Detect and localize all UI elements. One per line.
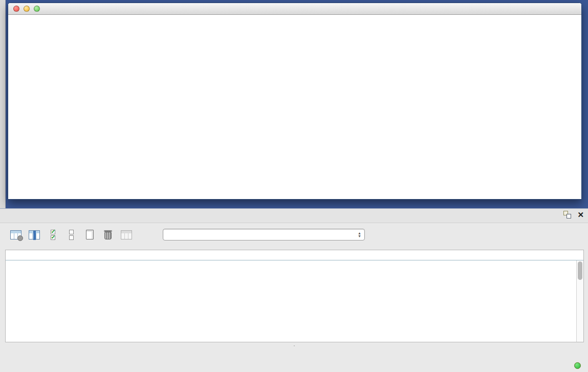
minimize-window-button[interactable] xyxy=(24,6,30,12)
delete-icon[interactable] xyxy=(100,227,116,243)
network-canvas[interactable] xyxy=(9,15,581,199)
status-bar xyxy=(0,359,588,372)
new-document-icon[interactable] xyxy=(82,227,97,243)
float-panel-icon[interactable] xyxy=(563,211,571,218)
table-scrollbar-thumb[interactable] xyxy=(578,261,582,280)
close-panel-icon[interactable]: ✕ xyxy=(577,211,584,218)
network-window-titlebar[interactable] xyxy=(8,3,581,15)
memory-ok-icon[interactable] xyxy=(574,362,581,369)
table-settings-icon[interactable] xyxy=(8,227,24,243)
table-toolbar: ▲▼ xyxy=(0,223,588,246)
window-edge-strip xyxy=(0,0,6,208)
table-panel-header: ✕ xyxy=(0,209,588,223)
table-tabs xyxy=(0,345,588,346)
show-columns-icon[interactable] xyxy=(27,227,42,243)
network-desktop xyxy=(0,0,588,208)
table-panel: ✕ ▲▼ xyxy=(0,208,588,372)
zoom-window-button[interactable] xyxy=(34,6,40,12)
node-table xyxy=(5,250,584,342)
network-window[interactable] xyxy=(8,3,582,200)
close-window-button[interactable] xyxy=(13,6,19,12)
unselect-all-icon[interactable] xyxy=(63,227,79,243)
delete-table-icon[interactable] xyxy=(119,227,134,243)
select-all-icon[interactable] xyxy=(45,227,60,243)
table-select-dropdown[interactable]: ▲▼ xyxy=(163,229,365,240)
dropdown-arrows-icon: ▲▼ xyxy=(358,232,361,238)
function-builder-icon[interactable] xyxy=(137,227,153,243)
table-scrollbar[interactable] xyxy=(576,260,583,342)
table-header-row xyxy=(6,250,583,260)
